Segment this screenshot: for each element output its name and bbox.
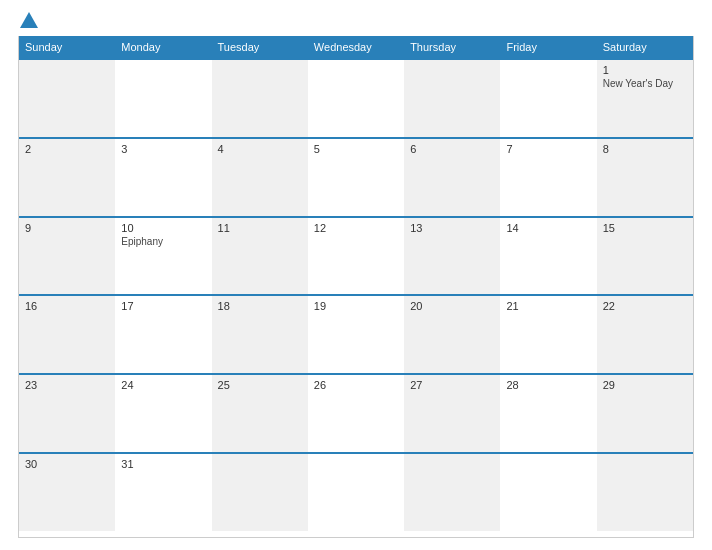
day-cell bbox=[404, 60, 500, 137]
day-cell bbox=[308, 454, 404, 531]
holiday-name: New Year's Day bbox=[603, 78, 687, 89]
day-number: 29 bbox=[603, 379, 687, 391]
day-cell bbox=[597, 454, 693, 531]
day-cell: 18 bbox=[212, 296, 308, 373]
day-cell: 9 bbox=[19, 218, 115, 295]
day-cell bbox=[500, 454, 596, 531]
logo bbox=[18, 16, 38, 28]
day-number: 15 bbox=[603, 222, 687, 234]
day-number: 3 bbox=[121, 143, 205, 155]
day-number: 31 bbox=[121, 458, 205, 470]
day-number: 5 bbox=[314, 143, 398, 155]
day-cell: 1New Year's Day bbox=[597, 60, 693, 137]
day-cell: 25 bbox=[212, 375, 308, 452]
holiday-name: Epiphany bbox=[121, 236, 205, 247]
day-cell bbox=[115, 60, 211, 137]
day-cell: 3 bbox=[115, 139, 211, 216]
day-cell: 29 bbox=[597, 375, 693, 452]
day-cell: 19 bbox=[308, 296, 404, 373]
calendar-page: SundayMondayTuesdayWednesdayThursdayFrid… bbox=[0, 0, 712, 550]
week-row-5: 3031 bbox=[19, 452, 693, 531]
day-number: 16 bbox=[25, 300, 109, 312]
day-cell bbox=[19, 60, 115, 137]
day-header-sunday: Sunday bbox=[19, 36, 115, 58]
day-cell: 2 bbox=[19, 139, 115, 216]
day-number: 25 bbox=[218, 379, 302, 391]
day-number: 7 bbox=[506, 143, 590, 155]
day-number: 28 bbox=[506, 379, 590, 391]
weeks-container: 1New Year's Day2345678910Epiphany1112131… bbox=[19, 58, 693, 531]
day-cell: 24 bbox=[115, 375, 211, 452]
day-number: 4 bbox=[218, 143, 302, 155]
day-number: 18 bbox=[218, 300, 302, 312]
day-number: 9 bbox=[25, 222, 109, 234]
day-cell: 5 bbox=[308, 139, 404, 216]
day-number: 11 bbox=[218, 222, 302, 234]
day-number: 14 bbox=[506, 222, 590, 234]
day-header-monday: Monday bbox=[115, 36, 211, 58]
day-cell: 26 bbox=[308, 375, 404, 452]
day-number: 20 bbox=[410, 300, 494, 312]
day-cell: 11 bbox=[212, 218, 308, 295]
logo-triangle-icon bbox=[20, 12, 38, 28]
day-cell: 16 bbox=[19, 296, 115, 373]
day-number: 10 bbox=[121, 222, 205, 234]
day-number: 17 bbox=[121, 300, 205, 312]
day-number: 12 bbox=[314, 222, 398, 234]
day-headers-row: SundayMondayTuesdayWednesdayThursdayFrid… bbox=[19, 36, 693, 58]
day-cell: 21 bbox=[500, 296, 596, 373]
day-number: 24 bbox=[121, 379, 205, 391]
week-row-0: 1New Year's Day bbox=[19, 58, 693, 137]
day-cell bbox=[500, 60, 596, 137]
day-cell: 23 bbox=[19, 375, 115, 452]
day-cell: 22 bbox=[597, 296, 693, 373]
day-cell: 17 bbox=[115, 296, 211, 373]
day-number: 6 bbox=[410, 143, 494, 155]
day-cell: 12 bbox=[308, 218, 404, 295]
day-number: 13 bbox=[410, 222, 494, 234]
day-cell: 20 bbox=[404, 296, 500, 373]
day-cell bbox=[308, 60, 404, 137]
day-cell bbox=[404, 454, 500, 531]
day-header-saturday: Saturday bbox=[597, 36, 693, 58]
day-number: 30 bbox=[25, 458, 109, 470]
calendar-header bbox=[18, 16, 694, 28]
day-header-wednesday: Wednesday bbox=[308, 36, 404, 58]
day-cell: 27 bbox=[404, 375, 500, 452]
day-cell: 7 bbox=[500, 139, 596, 216]
day-cell: 30 bbox=[19, 454, 115, 531]
week-row-4: 23242526272829 bbox=[19, 373, 693, 452]
day-cell: 4 bbox=[212, 139, 308, 216]
day-number: 8 bbox=[603, 143, 687, 155]
week-row-3: 16171819202122 bbox=[19, 294, 693, 373]
day-number: 22 bbox=[603, 300, 687, 312]
day-cell bbox=[212, 60, 308, 137]
day-number: 27 bbox=[410, 379, 494, 391]
country-label bbox=[614, 16, 694, 20]
week-row-2: 910Epiphany1112131415 bbox=[19, 216, 693, 295]
day-number: 23 bbox=[25, 379, 109, 391]
day-number: 2 bbox=[25, 143, 109, 155]
day-cell: 13 bbox=[404, 218, 500, 295]
day-header-friday: Friday bbox=[500, 36, 596, 58]
day-header-thursday: Thursday bbox=[404, 36, 500, 58]
day-cell: 15 bbox=[597, 218, 693, 295]
day-number: 1 bbox=[603, 64, 687, 76]
day-cell: 28 bbox=[500, 375, 596, 452]
day-cell bbox=[212, 454, 308, 531]
day-cell: 31 bbox=[115, 454, 211, 531]
day-cell: 8 bbox=[597, 139, 693, 216]
day-cell: 10Epiphany bbox=[115, 218, 211, 295]
day-number: 26 bbox=[314, 379, 398, 391]
day-cell: 6 bbox=[404, 139, 500, 216]
day-number: 19 bbox=[314, 300, 398, 312]
week-row-1: 2345678 bbox=[19, 137, 693, 216]
day-number: 21 bbox=[506, 300, 590, 312]
day-header-tuesday: Tuesday bbox=[212, 36, 308, 58]
calendar-grid: SundayMondayTuesdayWednesdayThursdayFrid… bbox=[18, 36, 694, 538]
day-cell: 14 bbox=[500, 218, 596, 295]
